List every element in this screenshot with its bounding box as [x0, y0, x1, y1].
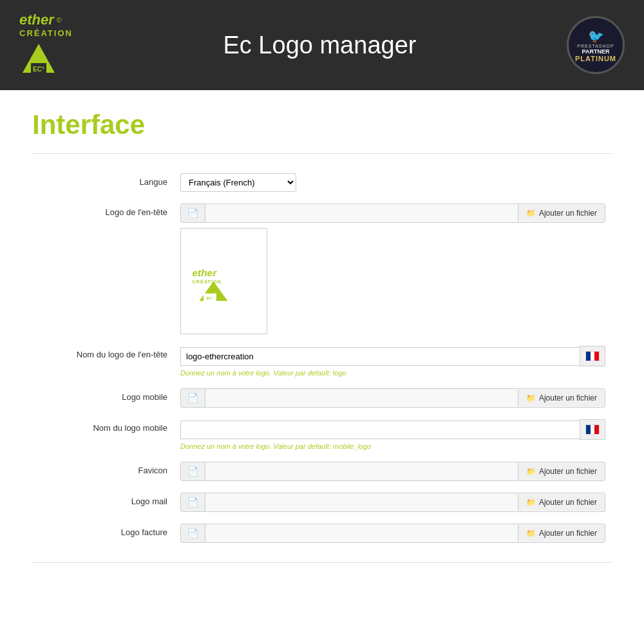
nom-logo-entete-input-group — [180, 346, 605, 366]
logo-entete-file-icon[interactable]: 📄 — [181, 204, 205, 222]
logo-creation-text: CRÉATION — [19, 28, 73, 38]
logo-triangle: EC° — [19, 41, 58, 79]
logo-entete-preview: ether CRÉATION EC° — [180, 228, 267, 334]
logo-facture-add-button[interactable]: 📁 Ajouter un fichier — [518, 525, 605, 542]
logo-entete-control: 📄 📁 Ajouter un fichier ether CRÉATION — [180, 204, 605, 334]
page-title: Interface — [32, 109, 612, 140]
favicon-filename — [205, 468, 518, 475]
nom-logo-mobile-input[interactable] — [180, 421, 580, 439]
french-flag — [585, 351, 600, 361]
logo-mobile-group: Logo mobile 📄 📁 Ajouter un fichier — [32, 388, 612, 408]
logo-facture-control: 📄 📁 Ajouter un fichier — [180, 524, 605, 543]
puffin-icon: 🐦 — [588, 28, 604, 44]
logo-mobile-file-icon[interactable]: 📄 — [181, 389, 205, 407]
nom-logo-entete-input[interactable] — [180, 347, 580, 366]
logo-mail-add-label: Ajouter un fichier — [539, 498, 597, 507]
logo-facture-add-label: Ajouter un fichier — [539, 529, 597, 538]
nom-logo-entete-label: Nom du logo de l'en-tête — [39, 346, 180, 359]
top-divider — [32, 153, 612, 154]
badge-top-text: PRESTASHOP — [577, 44, 614, 48]
logo-mobile-filename — [205, 394, 518, 402]
brand-logo: ether © CRÉATION EC° — [19, 12, 73, 79]
logo-mobile-file-input: 📄 📁 Ajouter un fichier — [180, 388, 605, 408]
folder-icon-mobile: 📁 — [526, 393, 536, 402]
logo-facture-file-icon[interactable]: 📄 — [181, 524, 205, 542]
favicon-control: 📄 📁 Ajouter un fichier — [180, 462, 605, 481]
langue-label: Langue — [39, 173, 180, 187]
logo-facture-group: Logo facture 📄 📁 Ajouter un fichier — [32, 524, 612, 543]
nom-logo-entete-hint: Donnez un nom à votre logo. Valeur par d… — [180, 369, 605, 377]
logo-ether-text: ether — [19, 12, 54, 28]
nom-logo-entete-flag[interactable] — [580, 346, 605, 366]
logo-mobile-control: 📄 📁 Ajouter un fichier — [180, 388, 605, 408]
svg-text:ether: ether — [192, 267, 217, 278]
folder-icon: 📁 — [526, 209, 536, 218]
logo-mail-group: Logo mail 📄 📁 Ajouter un fichier — [32, 493, 612, 512]
langue-select[interactable]: Français (French) — [180, 173, 296, 192]
logo-entete-group: Logo de l'en-tête 📄 📁 Ajouter un fichier… — [32, 204, 612, 334]
favicon-file-input: 📄 📁 Ajouter un fichier — [180, 462, 605, 481]
logo-entete-add-button[interactable]: 📁 Ajouter un fichier — [518, 205, 605, 222]
bottom-divider — [32, 562, 612, 563]
logo-mail-filename — [205, 498, 518, 506]
header: ether © CRÉATION EC° Ec Logo manager 🐦 P… — [0, 0, 644, 90]
langue-group: Langue Français (French) — [32, 173, 612, 192]
svg-text:CRÉATION: CRÉATION — [192, 278, 222, 284]
logo-entete-label: Logo de l'en-tête — [39, 204, 180, 217]
french-flag-mobile — [585, 424, 600, 435]
nom-logo-mobile-group: Nom du logo mobile Donnez un nom à votre… — [32, 419, 612, 450]
logo-facture-filename — [205, 529, 518, 537]
badge-platinum-text: PLATINUM — [575, 55, 616, 62]
logo-mail-label: Logo mail — [39, 493, 180, 506]
nom-logo-mobile-label: Nom du logo mobile — [39, 419, 180, 433]
page-header-title: Ec Logo manager — [73, 32, 567, 59]
nom-logo-entete-group: Nom du logo de l'en-tête Donnez un nom à… — [32, 346, 612, 377]
folder-icon-favicon: 📁 — [526, 467, 536, 476]
svg-text:EC°: EC° — [206, 296, 213, 299]
svg-text:EC°: EC° — [33, 66, 44, 73]
folder-icon-facture: 📁 — [526, 529, 536, 538]
logo-entete-filename — [205, 209, 518, 217]
logo-mail-add-button[interactable]: 📁 Ajouter un fichier — [518, 494, 605, 511]
logo-mail-file-icon[interactable]: 📄 — [181, 493, 205, 511]
langue-control: Français (French) — [180, 173, 605, 192]
nom-logo-mobile-control: Donnez un nom à votre logo. Valeur par d… — [180, 419, 605, 450]
favicon-add-label: Ajouter un fichier — [539, 467, 597, 476]
favicon-file-icon[interactable]: 📄 — [181, 462, 205, 480]
badge-partner-text: PARTNER — [582, 48, 610, 55]
favicon-group: Favicon 📄 📁 Ajouter un fichier — [32, 462, 612, 481]
logo-mail-file-input: 📄 📁 Ajouter un fichier — [180, 493, 605, 512]
main-content: Interface Langue Français (French) Logo … — [0, 90, 644, 644]
logo-facture-file-input: 📄 📁 Ajouter un fichier — [180, 524, 605, 543]
logo-entete-file-input: 📄 📁 Ajouter un fichier — [180, 204, 605, 223]
logo-mobile-add-label: Ajouter un fichier — [539, 393, 597, 402]
logo-mobile-add-button[interactable]: 📁 Ajouter un fichier — [518, 390, 605, 406]
logo-mail-control: 📄 📁 Ajouter un fichier — [180, 493, 605, 512]
logo-facture-label: Logo facture — [39, 524, 180, 537]
logo-copyright: © — [57, 16, 62, 24]
nom-logo-mobile-input-group — [180, 419, 605, 440]
folder-icon-mail: 📁 — [526, 498, 536, 507]
nom-logo-mobile-hint: Donnez un nom à votre logo. Valeur par d… — [180, 442, 605, 450]
nom-logo-mobile-flag[interactable] — [580, 419, 605, 440]
prestashop-badge: 🐦 PRESTASHOP PARTNER PLATINUM — [567, 16, 625, 74]
logo-entete-add-label: Ajouter un fichier — [539, 209, 597, 218]
nom-logo-entete-control: Donnez un nom à votre logo. Valeur par d… — [180, 346, 605, 377]
favicon-add-button[interactable]: 📁 Ajouter un fichier — [518, 463, 605, 480]
logo-mobile-label: Logo mobile — [39, 388, 180, 402]
favicon-label: Favicon — [39, 462, 180, 475]
